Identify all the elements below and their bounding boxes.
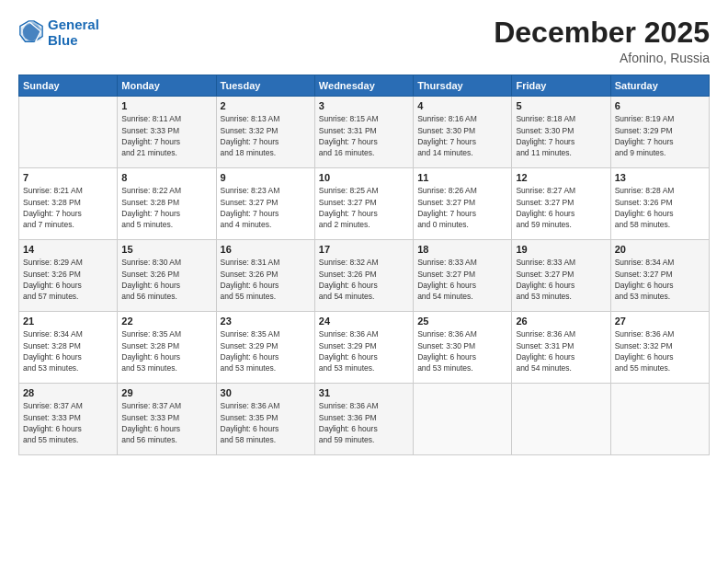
day-cell: 28Sunrise: 8:37 AM Sunset: 3:33 PM Dayli… — [19, 384, 118, 455]
day-number: 18 — [417, 244, 507, 255]
day-number: 13 — [615, 172, 705, 183]
day-cell — [512, 384, 610, 455]
day-number: 4 — [417, 100, 507, 111]
day-cell — [610, 384, 709, 455]
day-number: 15 — [121, 244, 211, 255]
day-number: 17 — [319, 244, 409, 255]
day-number: 16 — [221, 244, 311, 255]
day-cell: 11Sunrise: 8:26 AM Sunset: 3:27 PM Dayli… — [414, 168, 512, 240]
day-info: Sunrise: 8:15 AM Sunset: 3:31 PM Dayligh… — [319, 113, 409, 158]
day-number: 9 — [221, 172, 311, 183]
day-number: 10 — [319, 172, 409, 183]
day-info: Sunrise: 8:26 AM Sunset: 3:27 PM Dayligh… — [417, 185, 507, 230]
day-number: 24 — [319, 316, 409, 327]
header-day-thursday: Thursday — [414, 75, 512, 97]
day-info: Sunrise: 8:31 AM Sunset: 3:26 PM Dayligh… — [221, 257, 311, 302]
day-number: 5 — [516, 100, 606, 111]
day-info: Sunrise: 8:33 AM Sunset: 3:27 PM Dayligh… — [417, 257, 507, 302]
day-number: 28 — [23, 387, 113, 398]
day-info: Sunrise: 8:36 AM Sunset: 3:32 PM Dayligh… — [615, 328, 705, 373]
week-row-5: 28Sunrise: 8:37 AM Sunset: 3:33 PM Dayli… — [19, 384, 710, 455]
day-cell — [414, 384, 512, 455]
day-number: 7 — [23, 172, 113, 183]
day-number: 23 — [221, 316, 311, 327]
day-cell: 14Sunrise: 8:29 AM Sunset: 3:26 PM Dayli… — [19, 240, 118, 312]
day-number: 27 — [615, 316, 705, 327]
week-row-1: 1Sunrise: 8:11 AM Sunset: 3:33 PM Daylig… — [19, 97, 710, 168]
week-row-4: 21Sunrise: 8:34 AM Sunset: 3:28 PM Dayli… — [19, 312, 710, 384]
title-block: December 2025 Afonino, Russia — [494, 17, 710, 65]
day-info: Sunrise: 8:22 AM Sunset: 3:28 PM Dayligh… — [121, 185, 211, 230]
day-info: Sunrise: 8:32 AM Sunset: 3:26 PM Dayligh… — [319, 257, 409, 302]
header-day-tuesday: Tuesday — [216, 75, 314, 97]
day-cell: 20Sunrise: 8:34 AM Sunset: 3:27 PM Dayli… — [610, 240, 709, 312]
day-cell: 7Sunrise: 8:21 AM Sunset: 3:28 PM Daylig… — [19, 168, 118, 240]
day-info: Sunrise: 8:36 AM Sunset: 3:29 PM Dayligh… — [319, 328, 409, 373]
month-title: December 2025 — [494, 17, 710, 49]
day-number: 21 — [23, 316, 113, 327]
day-info: Sunrise: 8:30 AM Sunset: 3:26 PM Dayligh… — [121, 257, 211, 302]
header-day-monday: Monday — [118, 75, 216, 97]
header-day-friday: Friday — [512, 75, 610, 97]
day-info: Sunrise: 8:36 AM Sunset: 3:30 PM Dayligh… — [417, 328, 507, 373]
day-number: 1 — [121, 100, 211, 111]
day-cell: 4Sunrise: 8:16 AM Sunset: 3:30 PM Daylig… — [414, 97, 512, 168]
day-number: 14 — [23, 244, 113, 255]
day-cell: 10Sunrise: 8:25 AM Sunset: 3:27 PM Dayli… — [314, 168, 413, 240]
day-info: Sunrise: 8:34 AM Sunset: 3:27 PM Dayligh… — [615, 257, 705, 302]
day-cell: 16Sunrise: 8:31 AM Sunset: 3:26 PM Dayli… — [216, 240, 314, 312]
day-number: 11 — [417, 172, 507, 183]
day-cell: 31Sunrise: 8:36 AM Sunset: 3:36 PM Dayli… — [314, 384, 413, 455]
day-info: Sunrise: 8:16 AM Sunset: 3:30 PM Dayligh… — [417, 113, 507, 158]
day-number: 29 — [121, 387, 211, 398]
day-cell: 5Sunrise: 8:18 AM Sunset: 3:30 PM Daylig… — [512, 97, 610, 168]
day-info: Sunrise: 8:13 AM Sunset: 3:32 PM Dayligh… — [221, 113, 311, 158]
header: General Blue December 2025 Afonino, Russ… — [18, 17, 710, 65]
page: General Blue December 2025 Afonino, Russ… — [0, 0, 728, 563]
day-cell: 25Sunrise: 8:36 AM Sunset: 3:30 PM Dayli… — [414, 312, 512, 384]
calendar-table: SundayMondayTuesdayWednesdayThursdayFrid… — [18, 75, 710, 455]
week-row-3: 14Sunrise: 8:29 AM Sunset: 3:26 PM Dayli… — [19, 240, 710, 312]
header-row: SundayMondayTuesdayWednesdayThursdayFrid… — [19, 75, 710, 97]
day-info: Sunrise: 8:36 AM Sunset: 3:36 PM Dayligh… — [319, 400, 409, 445]
day-number: 30 — [221, 387, 311, 398]
day-cell — [19, 97, 118, 168]
header-day-saturday: Saturday — [610, 75, 709, 97]
day-number: 31 — [319, 387, 409, 398]
day-cell: 2Sunrise: 8:13 AM Sunset: 3:32 PM Daylig… — [216, 97, 314, 168]
day-number: 12 — [516, 172, 606, 183]
logo-icon — [18, 19, 44, 45]
day-cell: 27Sunrise: 8:36 AM Sunset: 3:32 PM Dayli… — [610, 312, 709, 384]
day-cell: 22Sunrise: 8:35 AM Sunset: 3:28 PM Dayli… — [118, 312, 216, 384]
day-number: 20 — [615, 244, 705, 255]
location: Afonino, Russia — [494, 51, 710, 65]
day-number: 22 — [121, 316, 211, 327]
day-info: Sunrise: 8:18 AM Sunset: 3:30 PM Dayligh… — [516, 113, 606, 158]
day-cell: 15Sunrise: 8:30 AM Sunset: 3:26 PM Dayli… — [118, 240, 216, 312]
logo-text: General Blue — [48, 17, 99, 49]
day-cell: 19Sunrise: 8:33 AM Sunset: 3:27 PM Dayli… — [512, 240, 610, 312]
day-cell: 23Sunrise: 8:35 AM Sunset: 3:29 PM Dayli… — [216, 312, 314, 384]
day-cell: 18Sunrise: 8:33 AM Sunset: 3:27 PM Dayli… — [414, 240, 512, 312]
day-cell: 1Sunrise: 8:11 AM Sunset: 3:33 PM Daylig… — [118, 97, 216, 168]
day-info: Sunrise: 8:35 AM Sunset: 3:28 PM Dayligh… — [121, 328, 211, 373]
day-cell: 24Sunrise: 8:36 AM Sunset: 3:29 PM Dayli… — [314, 312, 413, 384]
day-cell: 3Sunrise: 8:15 AM Sunset: 3:31 PM Daylig… — [314, 97, 413, 168]
day-cell: 17Sunrise: 8:32 AM Sunset: 3:26 PM Dayli… — [314, 240, 413, 312]
day-info: Sunrise: 8:33 AM Sunset: 3:27 PM Dayligh… — [516, 257, 606, 302]
day-cell: 13Sunrise: 8:28 AM Sunset: 3:26 PM Dayli… — [610, 168, 709, 240]
day-info: Sunrise: 8:28 AM Sunset: 3:26 PM Dayligh… — [615, 185, 705, 230]
day-info: Sunrise: 8:35 AM Sunset: 3:29 PM Dayligh… — [221, 328, 311, 373]
day-number: 19 — [516, 244, 606, 255]
day-info: Sunrise: 8:37 AM Sunset: 3:33 PM Dayligh… — [121, 400, 211, 445]
day-info: Sunrise: 8:11 AM Sunset: 3:33 PM Dayligh… — [121, 113, 211, 158]
day-info: Sunrise: 8:36 AM Sunset: 3:35 PM Dayligh… — [221, 400, 311, 445]
day-cell: 26Sunrise: 8:36 AM Sunset: 3:31 PM Dayli… — [512, 312, 610, 384]
day-number: 6 — [615, 100, 705, 111]
day-number: 25 — [417, 316, 507, 327]
day-cell: 9Sunrise: 8:23 AM Sunset: 3:27 PM Daylig… — [216, 168, 314, 240]
header-day-wednesday: Wednesday — [314, 75, 413, 97]
day-info: Sunrise: 8:29 AM Sunset: 3:26 PM Dayligh… — [23, 257, 113, 302]
day-cell: 21Sunrise: 8:34 AM Sunset: 3:28 PM Dayli… — [19, 312, 118, 384]
day-info: Sunrise: 8:36 AM Sunset: 3:31 PM Dayligh… — [516, 328, 606, 373]
